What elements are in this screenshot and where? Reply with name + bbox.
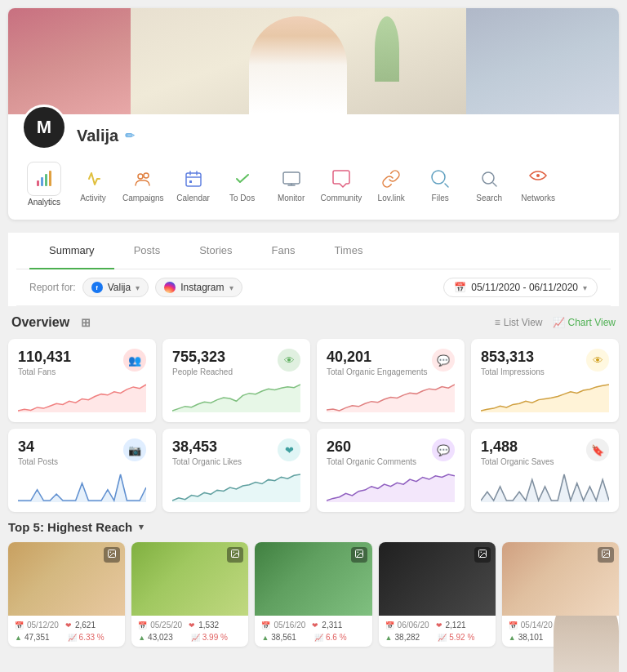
date-range-picker[interactable]: 📅 05/11/2020 - 06/11/2020 ▾ (443, 278, 598, 297)
mini-chart-likes (172, 473, 300, 502)
controls-row: Report for: f Valija ▾ Instagram ▾ 📅 05/… (16, 269, 611, 306)
account-dropdown-arrow: ▾ (136, 283, 140, 292)
mini-chart-impressions (481, 383, 609, 412)
post-stats: ▲ 38,561 📈 6.6 % (261, 633, 365, 642)
stat-label-comments: Total Organic Comments (327, 457, 416, 466)
post-reach: ▲ 47,351 (15, 633, 66, 642)
stat-card-reached: 755,323 People Reached 👁 (162, 339, 310, 422)
stat-header-reached: 755,323 People Reached 👁 (172, 349, 300, 376)
cover-right (466, 8, 619, 114)
post-meta: 📅 05/16/20 ❤ 2,311 ▲ 38,561 📈 6.6 % (255, 616, 371, 647)
nav-label-search: Search (476, 194, 502, 202)
platform-selector[interactable]: Instagram ▾ (155, 278, 242, 297)
svg-rect-6 (186, 173, 201, 186)
stat-icon-likes: ❤ (278, 438, 300, 461)
overview-header: Overview ⊞ ≡ List View 📈 Chart View (8, 314, 619, 331)
svg-point-16 (357, 552, 358, 554)
list-view-button[interactable]: ≡ List View (495, 317, 543, 328)
stat-header-saves: 1,488 Total Organic Saves 🔖 (481, 438, 609, 466)
nav-item-campaigns[interactable]: Campaigns (119, 162, 167, 206)
post-date: 📅 05/12/20 ❤ 2,621 (15, 621, 118, 630)
community-icon (328, 166, 354, 192)
mini-chart-saves (481, 473, 609, 502)
post-stats: ▲ 38,282 📈 5.92 % (385, 633, 489, 642)
trend-icon: 📈 (314, 634, 323, 642)
stat-card-comments: 260 Total Organic Comments 💬 (317, 429, 465, 512)
stat-label-reached: People Reached (172, 367, 233, 376)
stat-card-posts: 34 Total Posts 📷 (8, 429, 156, 512)
nav-item-analytics[interactable]: Analytics (21, 158, 67, 210)
stat-label-posts: Total Posts (18, 457, 58, 466)
tab-fans[interactable]: Fans (252, 233, 315, 269)
post-type-icon (598, 547, 614, 563)
reach-icon: ▲ (385, 634, 393, 642)
reach-icon: ▲ (138, 634, 145, 642)
stat-value-posts: 34 (18, 438, 58, 456)
nav-item-lovlink[interactable]: Lov.link (368, 162, 414, 206)
export-button[interactable]: ⊞ (76, 314, 96, 331)
tab-times[interactable]: Times (315, 233, 383, 269)
nav-item-todos[interactable]: To Dos (220, 162, 265, 206)
date-range-text: 05/11/2020 - 06/11/2020 (471, 282, 578, 293)
nav-item-search[interactable]: Search (466, 162, 512, 206)
nav-label-analytics: Analytics (28, 198, 60, 207)
stat-value-fans: 110,431 (18, 349, 71, 366)
stat-value-reached: 755,323 (172, 349, 233, 366)
post-meta: 📅 05/12/20 ❤ 2,621 ▲ 47,351 📈 6.33 % (8, 616, 125, 647)
cover-left (8, 8, 131, 114)
svg-point-20 (603, 552, 605, 554)
post-meta: 📅 06/06/20 ❤ 2,121 ▲ 38,282 📈 5.92 % (379, 616, 496, 647)
nav-label-calendar: Calendar (176, 194, 210, 202)
post-reach: ▲ 38,282 (385, 633, 437, 642)
svg-rect-7 (189, 180, 192, 183)
stat-card-engagements: 40,201 Total Organic Engagements 💬 (317, 339, 465, 422)
mini-chart-posts (18, 473, 146, 502)
post-card[interactable]: 📅 06/06/20 ❤ 2,121 ▲ 38,282 📈 5.92 % (379, 542, 496, 647)
top5-header: Top 5: Highest Reach ▾ (8, 520, 619, 534)
stat-icon-reached: 👁 (278, 349, 300, 372)
nav-item-activity[interactable]: Activity (70, 162, 116, 206)
stat-header-impressions: 853,313 Total Impressions 👁 (481, 349, 609, 376)
post-type-icon (227, 547, 243, 563)
overview-title: Overview ⊞ (11, 314, 96, 331)
top5-dropdown[interactable]: ▾ (139, 522, 144, 532)
top5-section: Top 5: Highest Reach ▾ 📅 05/12/20 ❤ 2,62… (8, 520, 619, 647)
campaigns-icon (130, 166, 156, 192)
nav-item-calendar[interactable]: Calendar (171, 162, 216, 206)
post-card[interactable]: 📅 05/16/20 ❤ 2,311 ▲ 38,561 📈 6.6 % (255, 542, 371, 647)
trend-icon: 📈 (191, 634, 200, 642)
reach-icon: ▲ (15, 634, 22, 642)
mini-chart-comments (327, 473, 455, 502)
edit-profile-button[interactable]: ✏ (125, 129, 135, 142)
platform-name: Instagram (180, 282, 224, 293)
nav-item-monitor[interactable]: Monitor (269, 162, 314, 206)
profile-name: Valija ✏ (77, 127, 135, 145)
post-reach: ▲ 38,101 (509, 633, 560, 642)
stat-card-impressions: 853,313 Total Impressions 👁 (471, 339, 619, 422)
nav-item-networks[interactable]: Networks (515, 162, 561, 206)
nav-item-files[interactable]: Files (417, 162, 463, 206)
facebook-icon: f (91, 282, 103, 293)
post-card[interactable]: 📅 05/25/20 ❤ 1,532 ▲ 43,023 📈 3.99 % (131, 542, 248, 647)
mini-chart-reached (172, 383, 300, 412)
account-selector[interactable]: f Valija ▾ (82, 278, 149, 297)
post-date: 📅 05/16/20 ❤ 2,311 (261, 621, 365, 630)
files-icon (427, 166, 453, 192)
top5-title: Top 5: Highest Reach (8, 520, 132, 534)
list-view-icon: ≡ (495, 317, 500, 328)
tab-summary[interactable]: Summary (29, 233, 114, 269)
stat-value-saves: 1,488 (481, 438, 554, 456)
post-stats: ▲ 47,351 📈 6.33 % (15, 633, 118, 642)
post-stats: ▲ 43,023 📈 3.99 % (138, 633, 242, 642)
post-card[interactable]: 📅 05/12/20 ❤ 2,621 ▲ 47,351 📈 6.33 % (8, 542, 125, 647)
chart-view-button[interactable]: 📈 Chart View (553, 317, 616, 328)
tab-stories[interactable]: Stories (180, 233, 251, 269)
report-for-section: Report for: f Valija ▾ Instagram ▾ (29, 278, 242, 297)
mini-chart-engagements (327, 383, 455, 412)
nav-item-community[interactable]: Community (318, 162, 366, 206)
svg-rect-1 (41, 177, 43, 186)
chart-view-icon: 📈 (553, 317, 565, 328)
post-type-icon (474, 547, 491, 563)
post-trend: 📈 3.99 % (191, 633, 242, 642)
tab-posts[interactable]: Posts (114, 233, 180, 269)
